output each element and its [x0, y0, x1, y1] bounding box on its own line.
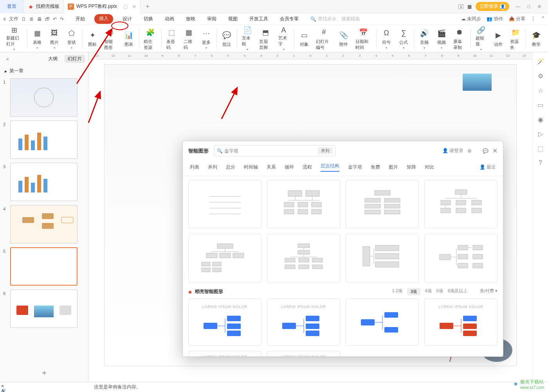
template-docer-2[interactable]: [346, 298, 419, 345]
filter-3项[interactable]: 3项: [407, 288, 420, 295]
template-docer-0[interactable]: LOREM IPSUM DOLOR: [188, 298, 261, 345]
dialog-settings-icon[interactable]: ⚙: [467, 148, 472, 154]
ribbon-tab-4[interactable]: 动画: [162, 14, 177, 24]
ribbon-表格[interactable]: ▦表格▾: [29, 27, 46, 50]
slide-thumb-2[interactable]: [10, 120, 78, 159]
grid-apps-icon[interactable]: ▦: [467, 4, 472, 9]
present-icon[interactable]: ▷: [538, 130, 543, 138]
preview-icon[interactable]: 🗗: [45, 16, 50, 22]
ribbon-文本框[interactable]: 📄文本框▾: [239, 27, 256, 50]
ribbon-图表[interactable]: 📊图表: [120, 27, 137, 50]
ribbon-符号[interactable]: Ω符号▾: [378, 27, 395, 50]
chapter-header[interactable]: ▸ 第一章: [0, 65, 88, 77]
template-docer-more-0[interactable]: LOREM IPSUM DOLOR: [188, 351, 261, 356]
category-总分[interactable]: 总分: [226, 164, 235, 171]
slide-thumb-6[interactable]: [10, 290, 78, 328]
ribbon-艺术字[interactable]: A艺术字▾: [275, 27, 292, 50]
outline-tab[interactable]: 大纲: [45, 55, 61, 63]
undo-icon[interactable]: ↶: [53, 16, 57, 22]
filter-5项[interactable]: 5项: [436, 288, 443, 295]
category-循环[interactable]: 循环: [285, 164, 294, 171]
ribbon-幻灯片编号[interactable]: #幻灯片编号: [313, 27, 335, 50]
new-tab-button[interactable]: ＋: [141, 0, 155, 13]
filter-6项及以上[interactable]: 6项及以上: [448, 288, 467, 295]
tab-document[interactable]: P WPS PPT教程.pptx ▢ ✕: [64, 0, 141, 13]
template-docer-more-1[interactable]: LOREM IPSUM DOLOR: [267, 351, 340, 356]
slide-canvas[interactable]: 13121110987654321012345678910111213 智能图形…: [88, 52, 532, 382]
coop-button[interactable]: 👥 协作: [487, 16, 503, 22]
category-对比[interactable]: 对比: [425, 164, 434, 171]
close-icon[interactable]: ✕: [535, 4, 544, 9]
tab-docer[interactable]: ◆ 找稻壳模板: [23, 0, 64, 13]
cube-icon[interactable]: ⬚: [537, 145, 543, 152]
window-mode-icon[interactable]: 1: [458, 4, 463, 9]
save-icon[interactable]: 🗋: [22, 16, 26, 22]
category-图片[interactable]: 图片: [389, 164, 398, 171]
ribbon-智能图形[interactable]: ⬡智能图形: [101, 27, 120, 50]
ribbon-图片[interactable]: 🖼图片▾: [46, 27, 63, 50]
recent-button[interactable]: 👤 最近: [479, 164, 496, 171]
add-slide-button[interactable]: ＋: [0, 363, 88, 382]
filter-4项[interactable]: 4项: [425, 288, 432, 295]
ribbon-二维码[interactable]: ▩二维码: [180, 27, 198, 50]
share-button[interactable]: 📤 分享: [509, 16, 525, 22]
template-basic-1[interactable]: [267, 180, 340, 228]
collapse-panel-icon[interactable]: «: [3, 56, 12, 63]
template-icon[interactable]: ▭: [537, 101, 543, 109]
ribbon-动作[interactable]: ▶动作: [490, 27, 507, 50]
ribbon-更多[interactable]: ⋯更多▾: [198, 27, 215, 50]
collapse-ribbon-icon[interactable]: ⌃: [541, 16, 545, 22]
template-basic-3[interactable]: [424, 180, 498, 228]
maximize-icon[interactable]: □: [524, 4, 534, 9]
ribbon-新建幻灯片[interactable]: ⊞新建幻灯片▾: [3, 27, 25, 50]
assets-icon[interactable]: ◉: [538, 116, 543, 123]
sync-status[interactable]: ☁ 未同步: [461, 16, 481, 22]
ribbon-条形码[interactable]: ⬚条形码: [163, 27, 180, 50]
ribbon-tab-2[interactable]: 设计: [120, 14, 134, 24]
ribbon-tab-8[interactable]: 开发工具: [247, 14, 270, 24]
ribbon-对象[interactable]: ▭对象: [296, 27, 313, 50]
help-icon[interactable]: ?: [539, 159, 542, 166]
ribbon-tab-3[interactable]: 切换: [141, 14, 155, 24]
category-层次结构[interactable]: 层次结构: [321, 163, 339, 172]
ribbon-批注[interactable]: 💬批注: [218, 27, 235, 50]
slide-thumb-5[interactable]: [10, 247, 78, 286]
redo-icon[interactable]: ↷: [60, 16, 64, 22]
category-时间轴[interactable]: 时间轴: [244, 164, 258, 171]
template-basic-0[interactable]: [188, 180, 261, 228]
magic-icon[interactable]: 🪄: [537, 58, 544, 65]
tab-home[interactable]: 首页: [0, 0, 23, 13]
filter-1-2项[interactable]: 1-2项: [392, 288, 402, 295]
file-menu[interactable]: 文件: [9, 16, 18, 22]
pay-filter[interactable]: 免/付费 ▾: [480, 288, 498, 295]
category-流程[interactable]: 流程: [303, 164, 312, 171]
template-basic-2[interactable]: [346, 180, 419, 228]
ribbon-页眉页脚[interactable]: ⬒页眉页脚: [256, 27, 275, 50]
ribbon-形状[interactable]: ⬠形状▾: [63, 27, 80, 50]
print-icon[interactable]: 🖶: [37, 16, 42, 22]
ribbon-公式[interactable]: ∑公式▾: [395, 27, 412, 50]
category-列表[interactable]: 列表: [190, 164, 199, 171]
more-menu-icon[interactable]: ⋮: [531, 16, 535, 22]
template-basic-5[interactable]: [267, 234, 340, 282]
ribbon-屏幕录制[interactable]: ⏺屏幕录制: [450, 27, 469, 50]
ribbon-视频[interactable]: 🎬视频▾: [433, 27, 450, 50]
category-免费[interactable]: 免费: [371, 164, 380, 171]
search-mode[interactable]: 并列: [318, 147, 333, 155]
ribbon-tab-9[interactable]: 会员专享: [278, 14, 301, 24]
settings-icon[interactable]: ⚙: [538, 72, 543, 80]
ribbon-音频[interactable]: 🔊音频▾: [416, 27, 433, 50]
slide-thumb-3[interactable]: [10, 163, 78, 201]
category-并列[interactable]: 并列: [208, 164, 217, 171]
ribbon-tab-5[interactable]: 放映: [184, 14, 198, 24]
search-input[interactable]: [224, 148, 316, 154]
ribbon-超链接[interactable]: 🔗超链接▾: [472, 27, 490, 50]
slide-thumb-1[interactable]: [10, 78, 78, 117]
ribbon-tab-7[interactable]: 视图: [226, 14, 240, 24]
slides-tab[interactable]: 幻灯片: [65, 55, 85, 63]
template-docer-1[interactable]: LOREM IPSUM DOLOR: [267, 298, 340, 345]
ribbon-图标[interactable]: ✦图标: [84, 27, 101, 50]
ribbon-教学[interactable]: 🎓教学: [528, 27, 545, 50]
close-tab-icon[interactable]: ✕: [132, 4, 136, 9]
ribbon-tab-6[interactable]: 审阅: [205, 14, 219, 24]
